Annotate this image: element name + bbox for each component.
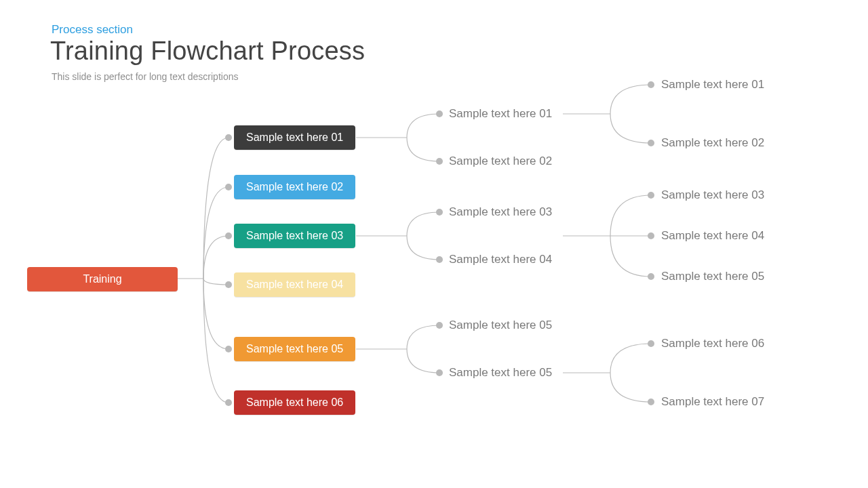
level1-node-3: Sample text here 03 <box>234 224 355 248</box>
svg-point-2 <box>225 232 232 239</box>
svg-point-3 <box>225 281 232 288</box>
svg-point-8 <box>436 209 443 216</box>
slide-canvas: Process section Training Flowchart Proce… <box>0 0 868 488</box>
level2-leaf: Sample text here 05 <box>449 366 552 380</box>
svg-point-16 <box>648 273 654 280</box>
svg-point-18 <box>648 399 654 405</box>
level3-leaf: Sample text here 04 <box>661 229 764 243</box>
svg-point-4 <box>225 346 232 352</box>
svg-point-12 <box>648 81 654 88</box>
level3-leaf: Sample text here 07 <box>661 395 764 409</box>
svg-point-14 <box>648 192 654 199</box>
level3-leaf: Sample text here 02 <box>661 136 764 150</box>
level3-leaf: Sample text here 03 <box>661 188 764 202</box>
svg-point-9 <box>436 256 443 263</box>
level3-leaf: Sample text here 05 <box>661 270 764 283</box>
svg-point-5 <box>225 399 232 406</box>
level2-leaf: Sample text here 02 <box>449 155 552 168</box>
level2-leaf: Sample text here 03 <box>449 205 552 219</box>
svg-point-6 <box>436 110 443 117</box>
level3-leaf: Sample text here 06 <box>661 337 764 350</box>
svg-point-15 <box>648 232 654 239</box>
level1-node-1: Sample text here 01 <box>234 125 355 150</box>
svg-point-7 <box>436 158 443 165</box>
root-node: Training <box>27 267 178 291</box>
level1-node-5: Sample text here 05 <box>234 337 355 361</box>
level2-leaf: Sample text here 05 <box>449 319 552 332</box>
level3-leaf: Sample text here 01 <box>661 78 764 92</box>
level1-node-2: Sample text here 02 <box>234 175 355 199</box>
svg-point-0 <box>225 134 232 141</box>
level1-node-4: Sample text here 04 <box>234 272 355 297</box>
connector-layer <box>0 0 868 488</box>
svg-point-1 <box>225 184 232 190</box>
level2-leaf: Sample text here 01 <box>449 107 552 121</box>
svg-point-10 <box>436 322 443 329</box>
svg-point-11 <box>436 369 443 376</box>
level2-leaf: Sample text here 04 <box>449 253 552 266</box>
svg-point-17 <box>648 340 654 347</box>
level1-node-6: Sample text here 06 <box>234 390 355 415</box>
svg-point-13 <box>648 140 654 146</box>
